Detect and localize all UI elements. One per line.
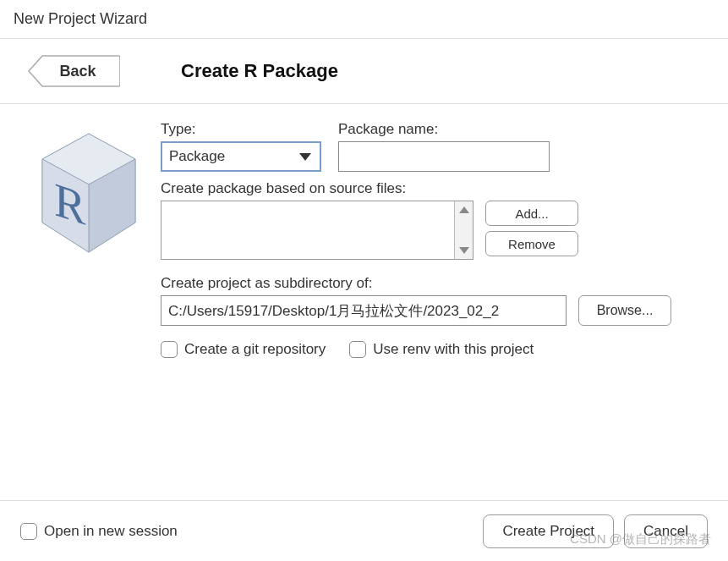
add-button[interactable]: Add... — [485, 201, 578, 226]
body-area: R Type: Package Package name: Create pac… — [0, 104, 728, 358]
package-name-label: Package name: — [338, 121, 550, 138]
source-files-label: Create package based on source files: — [161, 180, 694, 197]
checkbox-icon — [20, 523, 37, 540]
checkbox-icon — [161, 341, 178, 358]
chevron-down-icon — [299, 153, 311, 161]
remove-button[interactable]: Remove — [485, 231, 578, 256]
triangle-down-icon — [459, 247, 469, 254]
back-button-label: Back — [51, 63, 96, 80]
triangle-up-icon — [459, 206, 469, 213]
type-dropdown-value: Package — [169, 148, 225, 165]
type-dropdown[interactable]: Package — [161, 141, 321, 172]
directory-label: Create project as subdirectory of: — [161, 275, 694, 292]
checkbox-icon — [349, 341, 366, 358]
source-files-listbox[interactable] — [161, 201, 473, 260]
type-label: Type: — [161, 121, 321, 138]
package-name-input[interactable] — [338, 141, 550, 172]
r-package-icon: R — [34, 129, 144, 256]
directory-input[interactable]: C:/Users/15917/Desktop/1月马拉松文件/2023_02_2 — [161, 295, 567, 326]
package-icon-col: R — [25, 121, 152, 358]
renv-checkbox[interactable]: Use renv with this project — [349, 341, 534, 358]
open-new-session-checkbox[interactable]: Open in new session — [20, 523, 178, 540]
page-title: Create R Package — [181, 60, 338, 82]
footer: Open in new session Create Project Cance… — [0, 500, 728, 561]
header-row: Back Create R Package — [0, 39, 728, 104]
renv-checkbox-label: Use renv with this project — [373, 341, 534, 358]
git-checkbox-label: Create a git repository — [184, 341, 326, 358]
open-new-session-label: Open in new session — [44, 523, 178, 540]
listbox-scrollbar[interactable] — [454, 201, 473, 259]
browse-button[interactable]: Browse... — [578, 295, 671, 326]
scroll-down-button[interactable] — [455, 242, 473, 259]
cancel-button[interactable]: Cancel — [624, 514, 708, 548]
scroll-up-button[interactable] — [455, 201, 473, 218]
form-col: Type: Package Package name: Create packa… — [152, 121, 703, 358]
back-button[interactable]: Back — [27, 54, 120, 88]
git-checkbox[interactable]: Create a git repository — [161, 341, 326, 358]
svg-text:R: R — [54, 173, 86, 235]
create-project-button[interactable]: Create Project — [483, 514, 614, 548]
window-title: New Project Wizard — [0, 0, 728, 39]
